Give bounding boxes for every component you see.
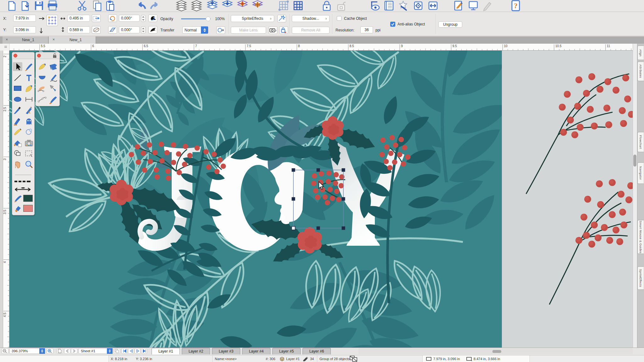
svg-text:6.5: 6.5 [144, 44, 148, 48]
svg-text:5.5: 5.5 [41, 44, 45, 48]
svg-text:9: 9 [401, 44, 403, 48]
svg-text:10: 10 [504, 44, 508, 48]
svg-text:11: 11 [607, 44, 610, 48]
svg-text:9.5: 9.5 [452, 44, 457, 48]
svg-text:6: 6 [92, 44, 94, 48]
svg-text:7.5: 7.5 [247, 44, 251, 48]
svg-text:4: 4 [3, 261, 7, 263]
svg-text:10.5: 10.5 [555, 44, 562, 48]
svg-text:?: ? [275, 29, 276, 32]
svg-text:2.5: 2.5 [3, 107, 7, 111]
svg-text:7: 7 [195, 44, 197, 48]
svg-text:3.5: 3.5 [3, 210, 7, 214]
svg-text:8.5: 8.5 [350, 44, 354, 48]
svg-text:?: ? [514, 2, 518, 10]
svg-text:8: 8 [298, 44, 300, 48]
svg-text:2: 2 [3, 56, 7, 58]
svg-text:4.5: 4.5 [3, 313, 7, 317]
svg-text:3: 3 [3, 158, 7, 160]
